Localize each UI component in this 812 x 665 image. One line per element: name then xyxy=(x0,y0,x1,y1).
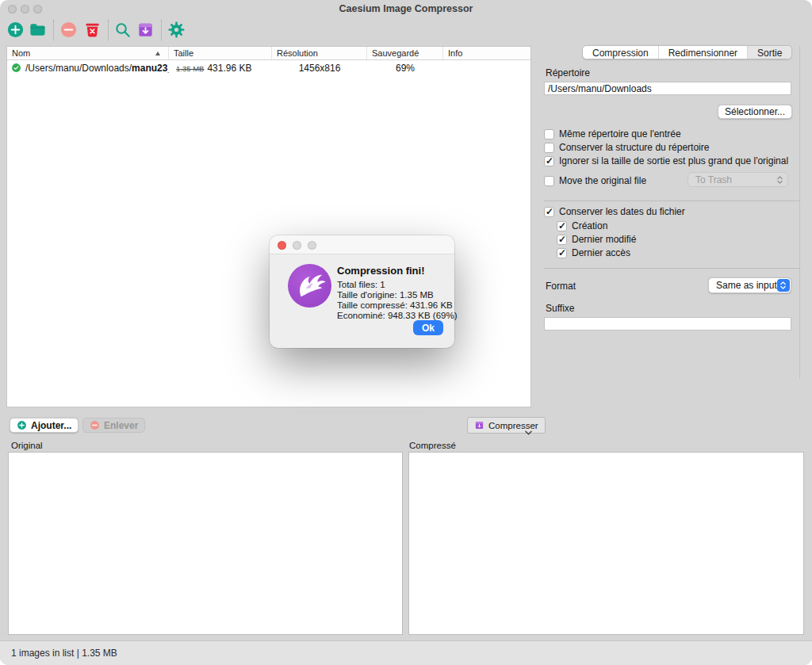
compress-icon xyxy=(474,420,485,430)
file-size: 1.35 MB431.96 KB xyxy=(169,63,272,74)
table-row[interactable]: /Users/manu/Downloads/manu23_Ma 1.35 MB4… xyxy=(7,60,530,75)
dialog-original-size: Taille d'origine: 1.35 MB xyxy=(337,290,434,300)
dialog-total-files: Total files: 1 xyxy=(337,280,385,289)
column-header-size[interactable]: Taille xyxy=(169,47,272,59)
dialog-titlebar xyxy=(270,235,454,254)
directory-label: Répertoire xyxy=(546,67,590,78)
tab-resize[interactable]: Redimensionner xyxy=(659,46,748,59)
remove-circle-icon xyxy=(90,420,100,430)
toolbar-separator xyxy=(53,20,54,40)
option-skip-if-bigger[interactable]: Ignorer si la taille de sortie est plus … xyxy=(544,155,788,166)
format-dropdown[interactable]: Same as input xyxy=(708,277,791,293)
add-folder-icon[interactable] xyxy=(29,21,47,39)
option-keep-dates[interactable]: Conserver les dates du fichier xyxy=(544,206,685,217)
select-directory-button[interactable]: Sélectionner... xyxy=(718,105,792,119)
checkbox-checked[interactable] xyxy=(544,156,554,166)
option-move-original[interactable]: Move the original file xyxy=(544,175,646,186)
checkbox[interactable] xyxy=(544,176,554,186)
clear-list-icon[interactable] xyxy=(83,21,102,39)
toolbar-separator xyxy=(108,20,109,40)
add-file-icon[interactable] xyxy=(6,21,25,39)
option-date-modified[interactable]: Dernier modifié xyxy=(557,234,636,245)
checkbox-checked[interactable] xyxy=(557,235,567,245)
add-circle-icon xyxy=(17,420,27,430)
option-same-directory[interactable]: Même répertoire que l'entrée xyxy=(544,128,681,139)
success-check-icon xyxy=(11,63,21,73)
chevron-updown-icon xyxy=(773,174,786,186)
trash-dropdown[interactable]: To Trash xyxy=(688,172,788,187)
compress-menu-chevron-icon[interactable] xyxy=(525,424,532,438)
dialog-minimize-button xyxy=(293,241,301,250)
panel-edge xyxy=(799,46,800,379)
titlebar: Caesium Image Compressor xyxy=(0,0,812,17)
compress-icon[interactable] xyxy=(136,21,155,39)
checkbox-checked[interactable] xyxy=(544,207,554,217)
caesium-logo xyxy=(288,264,331,308)
toolbar xyxy=(0,17,812,44)
chevron-updown-icon xyxy=(777,279,790,292)
new-size: 431.96 KB xyxy=(207,63,251,74)
checkbox-checked[interactable] xyxy=(557,221,567,231)
dialog-title: Compression fini! xyxy=(337,265,425,277)
column-header-saved[interactable]: Sauvegardé xyxy=(367,47,443,59)
compressed-preview-label: Compressé xyxy=(409,441,456,450)
remove-file-icon[interactable] xyxy=(59,21,78,39)
directory-input[interactable] xyxy=(544,82,791,95)
original-preview-pane[interactable] xyxy=(8,452,403,635)
dialog-maximize-button xyxy=(308,241,316,250)
table-header: Nom Taille Résolution Sauvegardé Info xyxy=(7,47,530,60)
remove-button[interactable]: Enlever xyxy=(82,418,145,433)
bird-icon xyxy=(288,264,331,308)
original-size: 1.35 MB xyxy=(176,64,204,73)
dialog-compressed-size: Taille compressé: 431.96 KB xyxy=(337,300,453,310)
original-preview-label: Original xyxy=(11,441,43,450)
checkbox[interactable] xyxy=(544,129,554,139)
option-date-creation[interactable]: Création xyxy=(557,220,607,231)
column-header-name[interactable]: Nom xyxy=(7,47,169,59)
file-resolution: 1456x816 xyxy=(272,63,367,74)
option-date-access[interactable]: Dernier accès xyxy=(557,247,630,258)
separator xyxy=(544,268,799,269)
window-title: Caesium Image Compressor xyxy=(0,3,812,14)
add-button[interactable]: Ajouter... xyxy=(10,418,79,433)
file-list-table: Nom Taille Résolution Sauvegardé Info /U… xyxy=(6,46,531,407)
output-settings-panel: Compression Redimensionner Sortie Répert… xyxy=(533,44,812,441)
file-saved-percent: 69% xyxy=(367,63,443,74)
separator xyxy=(544,201,799,201)
search-icon[interactable] xyxy=(113,21,132,39)
suffix-input[interactable] xyxy=(544,317,791,331)
toolbar-separator xyxy=(161,20,162,40)
column-header-resolution[interactable]: Résolution xyxy=(272,47,367,59)
status-bar: 1 images in list | 1.35 MB xyxy=(0,640,812,665)
dialog-saved: Econominé: 948.33 KB (69%) xyxy=(337,311,458,320)
option-keep-structure[interactable]: Conserver la structure du répertoire xyxy=(544,142,709,153)
column-header-info[interactable]: Info xyxy=(443,47,530,59)
status-text: 1 images in list | 1.35 MB xyxy=(11,648,117,659)
settings-tabs: Compression Redimensionner Sortie xyxy=(582,45,792,59)
action-row: Ajouter... Enlever Compresser xyxy=(0,416,533,435)
tab-compression[interactable]: Compression xyxy=(583,46,659,59)
dialog-close-button[interactable] xyxy=(278,241,286,250)
checkbox[interactable] xyxy=(544,143,554,153)
suffix-label: Suffixe xyxy=(546,303,574,314)
file-path: /Users/manu/Downloads/manu23_Ma xyxy=(25,63,169,74)
compressed-preview-pane[interactable] xyxy=(408,452,804,635)
tab-output[interactable]: Sortie xyxy=(748,46,791,59)
settings-gear-icon[interactable] xyxy=(167,21,186,39)
compress-button[interactable]: Compresser xyxy=(467,417,546,434)
sort-ascending-icon xyxy=(155,52,160,55)
app-window: Caesium Image Compressor Nom xyxy=(0,0,812,665)
ok-button[interactable]: Ok xyxy=(413,320,443,335)
checkbox-checked[interactable] xyxy=(557,248,567,258)
compression-finished-dialog: Compression fini! Total files: 1 Taille … xyxy=(270,235,454,348)
format-label: Format xyxy=(546,281,576,292)
